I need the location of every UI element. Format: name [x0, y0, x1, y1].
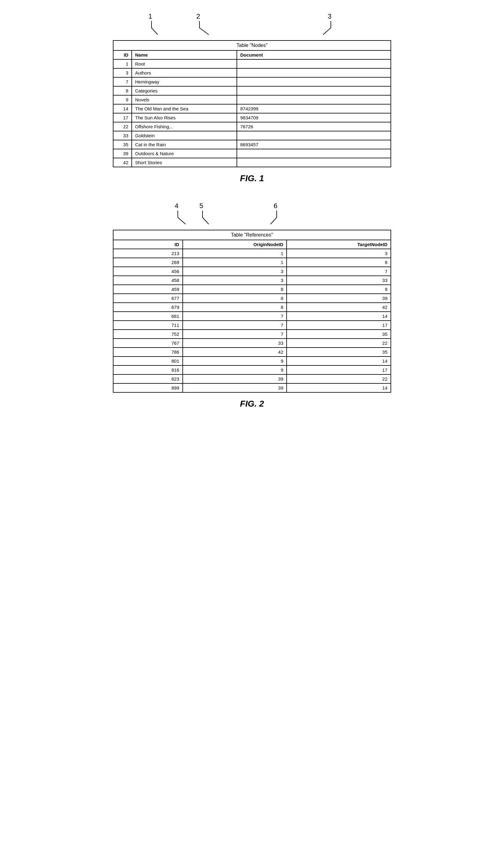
- nodes-table-row: 8Categories: [113, 86, 391, 95]
- ref-id-cell: 899: [113, 383, 183, 393]
- ref-origin-cell: 8: [183, 294, 287, 303]
- node-name-cell: Outdoors & Nature: [132, 149, 237, 158]
- ref-origin-cell: 7: [183, 321, 287, 330]
- fig1-label: FIG. 1: [113, 174, 391, 183]
- refs-table-row: 21313: [113, 249, 391, 258]
- refs-table-row: 801914: [113, 357, 391, 365]
- ref-origin-cell: 3: [183, 267, 287, 276]
- node-id-cell: 42: [113, 158, 132, 167]
- node-doc-cell: 8693457: [237, 140, 391, 149]
- node-name-cell: The Sun Also Rises: [132, 113, 237, 122]
- nodes-table-row: 33Goldstein: [113, 131, 391, 140]
- annotation-3: 3: [328, 12, 331, 20]
- ref-origin-cell: 1: [183, 258, 287, 267]
- nodes-table-row: 17The Sun Also Rises9834709: [113, 113, 391, 122]
- ref-id-cell: 458: [113, 276, 183, 285]
- ref-col-header-origin: OriginNodeID: [183, 240, 287, 249]
- node-name-cell: Authors: [132, 68, 237, 77]
- fig2-callout-lines: [113, 202, 391, 230]
- refs-table-row: 28918: [113, 258, 391, 267]
- node-name-cell: Short Stories: [132, 158, 237, 167]
- node-id-cell: 33: [113, 131, 132, 140]
- node-doc-cell: [237, 77, 391, 86]
- nodes-table-row: 3Authors: [113, 68, 391, 77]
- nodes-table-row: 39Outdoors & Nature: [113, 149, 391, 158]
- annotation-4: 4: [175, 202, 178, 210]
- ref-id-cell: 459: [113, 285, 183, 294]
- ref-origin-cell: 1: [183, 249, 287, 258]
- nodes-table-row: 1Root: [113, 59, 391, 68]
- node-name-cell: Offshore Fishing...: [132, 122, 237, 131]
- ref-id-cell: 816: [113, 365, 183, 375]
- col-header-id: ID: [113, 50, 132, 59]
- ref-target-cell: 17: [287, 321, 391, 330]
- references-table-caption: Table "References": [113, 230, 391, 240]
- nodes-table-row: 9Novels: [113, 95, 391, 104]
- ref-target-cell: 14: [287, 312, 391, 321]
- ref-col-header-target: TargetNodeID: [287, 240, 391, 249]
- refs-table-row: 681714: [113, 312, 391, 321]
- refs-table-row: 679842: [113, 303, 391, 312]
- nodes-table-caption: Table "Nodes": [113, 40, 391, 50]
- ref-target-cell: 42: [287, 303, 391, 312]
- refs-table-row: 45989: [113, 285, 391, 294]
- refs-table-row: 458333: [113, 276, 391, 285]
- ref-id-cell: 786: [113, 347, 183, 357]
- ref-id-cell: 681: [113, 312, 183, 321]
- ref-target-cell: 35: [287, 347, 391, 357]
- nodes-table-row: 7Hemingway: [113, 77, 391, 86]
- refs-table-row: 7673322: [113, 339, 391, 347]
- refs-table-row: 711717: [113, 321, 391, 330]
- refs-table-row: 7864235: [113, 347, 391, 357]
- ref-target-cell: 39: [287, 294, 391, 303]
- refs-table-row: 677839: [113, 294, 391, 303]
- annotation-2: 2: [196, 12, 200, 20]
- fig1-callout-lines: [113, 12, 391, 40]
- node-id-cell: 8: [113, 86, 132, 95]
- ref-id-cell: 456: [113, 267, 183, 276]
- ref-target-cell: 22: [287, 375, 391, 383]
- refs-table-row: 752735: [113, 330, 391, 339]
- node-name-cell: Root: [132, 59, 237, 68]
- nodes-table-row: 35Cat in the Rain8693457: [113, 140, 391, 149]
- ref-id-cell: 711: [113, 321, 183, 330]
- node-name-cell: Cat in the Rain: [132, 140, 237, 149]
- ref-origin-cell: 39: [183, 383, 287, 393]
- ref-id-cell: 289: [113, 258, 183, 267]
- ref-target-cell: 7: [287, 267, 391, 276]
- ref-target-cell: 17: [287, 365, 391, 375]
- ref-origin-cell: 9: [183, 357, 287, 365]
- annotation-6: 6: [274, 202, 277, 210]
- ref-target-cell: 14: [287, 383, 391, 393]
- node-name-cell: Categories: [132, 86, 237, 95]
- node-doc-cell: 9834709: [237, 113, 391, 122]
- ref-id-cell: 752: [113, 330, 183, 339]
- ref-target-cell: 9: [287, 285, 391, 294]
- references-table-header-row: ID OriginNodeID TargetNodeID: [113, 240, 391, 249]
- ref-target-cell: 14: [287, 357, 391, 365]
- node-id-cell: 39: [113, 149, 132, 158]
- ref-id-cell: 213: [113, 249, 183, 258]
- col-header-document: Document: [237, 50, 391, 59]
- ref-target-cell: 33: [287, 276, 391, 285]
- node-id-cell: 17: [113, 113, 132, 122]
- node-doc-cell: [237, 59, 391, 68]
- annotation-1: 1: [148, 12, 152, 20]
- nodes-table: Table "Nodes" ID Name Document 1Root3Aut…: [113, 40, 391, 167]
- ref-origin-cell: 42: [183, 347, 287, 357]
- ref-target-cell: 22: [287, 339, 391, 347]
- ref-target-cell: 8: [287, 258, 391, 267]
- node-id-cell: 9: [113, 95, 132, 104]
- node-id-cell: 1: [113, 59, 132, 68]
- node-id-cell: 3: [113, 68, 132, 77]
- node-doc-cell: 8742399: [237, 104, 391, 113]
- fig2-annotations: 4 5 6: [113, 202, 391, 230]
- node-doc-cell: [237, 68, 391, 77]
- node-name-cell: Goldstein: [132, 131, 237, 140]
- node-name-cell: The Old Man and the Sea: [132, 104, 237, 113]
- nodes-table-header-row: ID Name Document: [113, 50, 391, 59]
- node-id-cell: 7: [113, 77, 132, 86]
- ref-origin-cell: 33: [183, 339, 287, 347]
- refs-table-row: 8993914: [113, 383, 391, 393]
- ref-id-cell: 679: [113, 303, 183, 312]
